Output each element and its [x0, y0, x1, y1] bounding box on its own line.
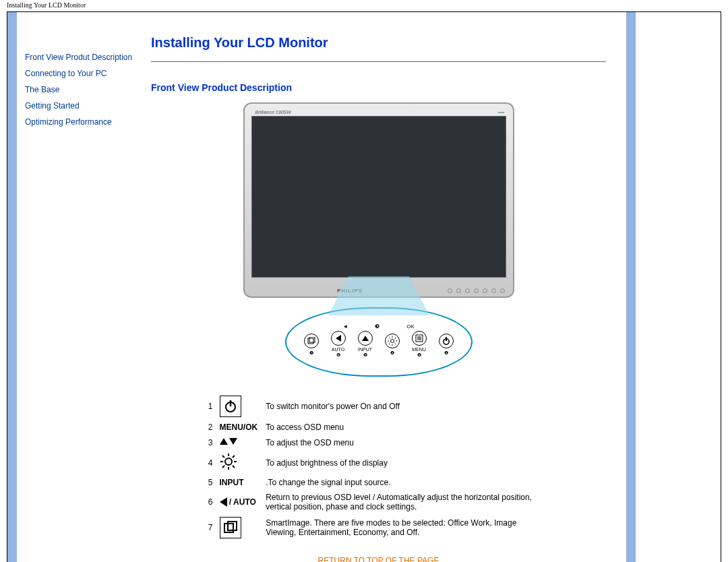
callout-arrow-left-icon: ◄ — [342, 323, 348, 330]
legend-label: / AUTO — [227, 497, 256, 507]
sidebar-item-front-view[interactable]: Front View Produt Description — [17, 53, 151, 62]
svg-line-27 — [222, 466, 224, 468]
callout-item-input: INPUT ❺ — [358, 331, 373, 358]
legend-label: MENU/OK — [220, 423, 258, 432]
menu-icon — [412, 331, 427, 346]
arrow-left-icon — [331, 331, 346, 346]
table-row: 7 SmartImage. There are five modes to be… — [204, 514, 553, 541]
svg-line-8 — [389, 338, 390, 339]
power-icon — [439, 334, 454, 348]
front-button-icon — [500, 288, 505, 293]
smartimage-icon — [220, 517, 241, 538]
brightness-icon — [385, 334, 400, 348]
front-button-icon — [465, 288, 470, 293]
callout-item-brightness: ❹ — [385, 334, 400, 356]
svg-line-28 — [233, 456, 235, 458]
legend-num: 7 — [204, 514, 216, 541]
callout-item-power: ❶ — [439, 334, 454, 356]
document-header: Installing Your LCD Monitor — [0, 0, 728, 9]
legend-label: INPUT — [220, 478, 244, 487]
content: Installing Your LCD Monitor Front View P… — [151, 12, 626, 562]
table-row: 5 INPUT .To change the signal input sour… — [204, 475, 553, 490]
front-button-icon — [483, 288, 487, 293]
sidebar-item-getting-started[interactable]: Getting Started — [17, 101, 151, 111]
svg-line-26 — [233, 466, 235, 468]
table-row: 4 To adjust brightness of the display — [204, 450, 553, 475]
callout-item-menu: MENU ❷ — [412, 331, 427, 358]
table-row: 2 MENU/OK To access OSD menu — [204, 420, 553, 435]
smartimage-icon — [304, 334, 319, 348]
callout-top-ok: OK — [406, 323, 415, 330]
arrow-left-icon — [220, 497, 227, 507]
svg-marker-0 — [328, 276, 429, 315]
callout-top-num: ❸ — [375, 323, 380, 330]
page-title: Installing Your LCD Monitor — [151, 35, 606, 51]
sidebar-item-optimizing[interactable]: Optimizing Performance — [17, 117, 151, 127]
legend-num: 5 — [204, 475, 216, 490]
legend-desc: To access OSD menu — [262, 420, 553, 435]
left-blue-bar — [7, 12, 17, 562]
arrow-up-icon — [358, 331, 373, 346]
table-row: 6 / AUTO Return to previous OSD level / … — [204, 490, 553, 514]
front-button-icon — [491, 288, 496, 293]
table-row: 1 To switch monitor's power On and Off — [204, 393, 553, 420]
svg-rect-29 — [224, 524, 233, 532]
up-down-arrows-icon — [220, 437, 237, 445]
button-callout: ◄ ❸ OK ❼ A — [151, 307, 606, 377]
page-wrapper: Front View Produt Description Connecting… — [7, 11, 721, 562]
monitor-screen — [251, 116, 506, 278]
legend-num: 2 — [204, 420, 216, 435]
svg-line-25 — [222, 456, 224, 458]
right-padding — [636, 12, 721, 562]
front-button-icon — [456, 288, 461, 293]
svg-line-9 — [394, 343, 396, 344]
section-title: Front View Product Description — [151, 82, 606, 93]
callout-item-smartimage: ❼ — [304, 334, 319, 356]
monitor-button-row — [448, 288, 505, 293]
monitor-brand-label: Brilliance 190SW — [255, 110, 291, 115]
svg-line-10 — [389, 343, 390, 344]
legend-num: 6 — [204, 490, 216, 514]
power-icon — [220, 396, 241, 417]
sidebar: Front View Produt Description Connecting… — [17, 12, 151, 562]
legend-desc: .To change the signal input source. — [262, 475, 553, 490]
right-blue-bar — [626, 12, 636, 562]
table-row: 3 To adjust the OSD menu — [204, 435, 553, 450]
monitor-frame: Brilliance 190SW •••• PHILIPS — [243, 102, 514, 298]
legend-table: 1 To switch monitor's power On and Off 2… — [204, 393, 553, 541]
svg-rect-30 — [228, 522, 237, 530]
title-separator — [151, 61, 606, 62]
svg-line-11 — [394, 338, 396, 339]
svg-rect-2 — [309, 337, 315, 342]
sidebar-item-connecting[interactable]: Connecting to Your PC — [17, 69, 151, 78]
return-to-top-link[interactable]: RETURN TO TOP OF THE PAGE — [151, 556, 606, 562]
legend-desc: Return to previous OSD level / Automatic… — [262, 490, 553, 514]
legend-num: 1 — [204, 393, 216, 420]
monitor-illustration: Brilliance 190SW •••• PHILIPS — [151, 102, 606, 298]
legend-num: 4 — [204, 450, 216, 475]
legend-desc: SmartImage. There are five modes to be s… — [262, 514, 553, 541]
legend-desc: To adjust the OSD menu — [262, 435, 553, 450]
callout-beam — [308, 276, 450, 317]
legend-desc: To adjust brightness of the display — [262, 450, 553, 475]
callout-item-auto: AUTO ❻ — [331, 331, 346, 358]
svg-point-3 — [390, 339, 394, 342]
monitor-speaker-grille: •••• — [498, 110, 505, 115]
sidebar-item-the-base[interactable]: The Base — [17, 85, 151, 94]
svg-rect-1 — [308, 338, 313, 344]
legend-desc: To switch monitor's power On and Off — [262, 393, 553, 420]
svg-point-20 — [225, 458, 232, 465]
front-button-icon — [474, 288, 479, 293]
brightness-icon — [220, 453, 237, 472]
legend-num: 3 — [204, 435, 216, 450]
